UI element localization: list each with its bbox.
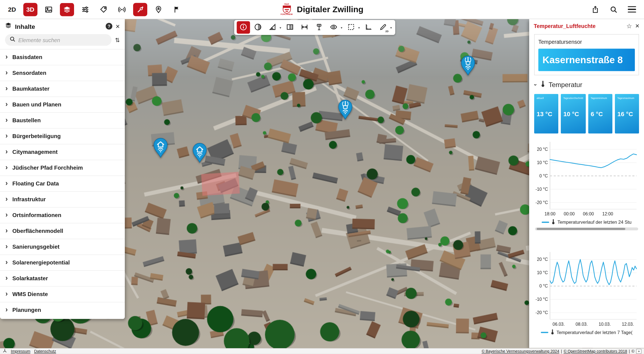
sidebar-item-solarkataster[interactable]: ›Solarkataster <box>0 270 125 286</box>
expand-attribution-button[interactable]: » <box>636 349 642 354</box>
box-select-tool-button[interactable] <box>344 21 358 34</box>
caret-down-icon[interactable]: ▾ <box>358 26 360 29</box>
visibility-tool-button[interactable] <box>327 21 340 34</box>
help-button[interactable]: ? <box>106 23 112 30</box>
share-button[interactable] <box>588 3 602 16</box>
tags-button[interactable] <box>97 3 111 16</box>
datenschutz-link[interactable]: Datenschutz <box>34 349 56 354</box>
map-toolbar: ▾ ▾ ▾ 2D ▾ <box>234 20 395 35</box>
poi-button[interactable] <box>151 3 166 16</box>
mode-3d-button[interactable]: 3D <box>23 3 37 16</box>
sidebar-item-label: Solarkataster <box>12 275 48 282</box>
scrollbar-thumb[interactable] <box>537 228 625 230</box>
sidebar-item-buergerbeteiligung[interactable]: ›Bürgerbeteiligung <box>0 128 125 144</box>
sidebar-item-label: Baustellen <box>12 117 41 124</box>
search-row: ⇅ <box>0 33 125 49</box>
chevron-right-icon: › <box>6 227 8 234</box>
sidebar-item-bauen-und-planen[interactable]: ›Bauen und Planen <box>0 96 125 112</box>
set-square-icon <box>269 23 276 32</box>
dimension-icon <box>365 23 372 32</box>
sidebar-item-label: Sanierungsgebiet <box>12 244 60 250</box>
screenshot-button[interactable] <box>42 3 56 16</box>
svg-text:10 °C: 10 °C <box>537 270 548 275</box>
sidebar-item-planungen[interactable]: ›Planungen <box>0 302 125 318</box>
sidebar-item-label: Bürgerbeteiligung <box>12 133 61 139</box>
temperature-7d-block: 20 °C10 °C0 °C-10 °C-20 °C06.03.08.03.10… <box>534 249 639 336</box>
close-sensor-panel-button[interactable]: × <box>635 22 640 29</box>
vermessungsverwaltung-link[interactable]: © Bayerische Vermessungsverwaltung 2024 <box>482 349 559 354</box>
sidebar-item-label: Baumkataster <box>12 86 50 92</box>
signpost-tool-button[interactable] <box>313 21 326 34</box>
close-contents-button[interactable]: × <box>116 23 120 30</box>
svg-text:12.03.: 12.03. <box>622 322 634 327</box>
chevron-right-icon: › <box>6 101 8 108</box>
sensor-type-label: Temperatursensor <box>538 39 635 45</box>
caret-down-icon[interactable]: ▾ <box>390 26 392 29</box>
sensor-name[interactable]: Kasernenstraße 8 <box>538 49 635 71</box>
element-search-input[interactable] <box>18 37 107 43</box>
svg-text:-10 °C: -10 °C <box>536 187 548 192</box>
favorite-star-button[interactable]: ☆ <box>626 23 632 29</box>
map-pin-house-2[interactable] <box>192 142 208 163</box>
tile-value: 16 °C <box>617 110 637 118</box>
dashed-box-icon <box>348 23 355 32</box>
sidebar-item-wms-dienste[interactable]: ›WMS Dienste <box>0 286 125 302</box>
contents-panel-header: Inhalte ? × <box>0 19 125 33</box>
sidebar-item-sanierungsgebiet[interactable]: ›Sanierungsgebiet <box>0 239 125 254</box>
filter-list-button[interactable] <box>78 3 92 16</box>
measure-width-tool-button[interactable] <box>298 21 311 34</box>
tools-button[interactable] <box>133 3 147 16</box>
sort-button[interactable]: ⇅ <box>115 37 120 43</box>
sidebar-item-label: Floating Car Data <box>12 180 59 187</box>
sidebar-item-juedischer-pfad[interactable]: ›Jüdischer Pfad Forchheim <box>0 160 125 175</box>
impressum-link[interactable]: Impressum <box>11 349 30 354</box>
map-pin-house-1[interactable] <box>153 137 169 158</box>
map-pin-sensor-1[interactable] <box>338 99 353 120</box>
sidebar-item-ortsinformationen[interactable]: ›Ortsinformationen <box>0 207 125 223</box>
openstreetmap-link[interactable]: © OpenStreetMap contributors 2018 <box>564 349 627 354</box>
menu-button[interactable] <box>625 3 639 16</box>
chevron-down-icon[interactable]: › <box>533 84 539 86</box>
svg-text:20 °C: 20 °C <box>537 147 548 152</box>
layers-icon <box>5 22 12 30</box>
temperature-24h-chart: 20 °C10 °C0 °C-10 °C-20 °C18:0000:0006:0… <box>534 139 639 218</box>
dimension-tool-button[interactable] <box>362 21 375 34</box>
search-icon <box>610 6 617 13</box>
tile-day-average: Tagesdurchschnitt 10 °C <box>561 94 586 134</box>
sidebar-item-label: Solarenergiepotential <box>12 259 70 266</box>
search-button[interactable] <box>607 3 621 16</box>
sidebar-item-baumkataster[interactable]: ›Baumkataster <box>0 81 125 96</box>
sidebar-item-sensordaten[interactable]: ›Sensordaten <box>0 65 125 81</box>
tile-current: aktuell 13 °C <box>534 94 558 134</box>
sensors-button[interactable] <box>115 3 129 16</box>
caret-down-icon[interactable]: ▾ <box>341 26 343 29</box>
sensor-detail-panel: Temperatur_Luftfeuchte ☆ × Temperatursen… <box>529 19 644 348</box>
sidebar-item-floating-car-data[interactable]: ›Floating Car Data <box>0 175 125 191</box>
topbar-left-tools: 2D 3D <box>5 3 184 16</box>
clipping-tool-button[interactable] <box>283 21 297 34</box>
legend-text: Temperaturverlauf der letzten 24 Stu <box>557 220 632 225</box>
sidebar-item-baustellen[interactable]: ›Baustellen <box>0 112 125 128</box>
info-tool-button[interactable] <box>237 21 250 34</box>
shading-tool-button[interactable] <box>251 21 265 34</box>
sketch-2d-tool-button[interactable]: 2D <box>377 21 390 34</box>
attribution-separator: | <box>561 349 562 354</box>
flag-button[interactable] <box>170 3 184 16</box>
layers-button[interactable] <box>60 3 74 16</box>
sidebar-item-basisdaten[interactable]: ›Basisdaten <box>0 49 125 65</box>
chevron-right-icon: › <box>6 195 8 203</box>
map-pin-sensor-2[interactable] <box>460 55 476 76</box>
attribution-copyright: © <box>632 349 635 354</box>
sidebar-item-label: Basisdaten <box>12 54 42 60</box>
sidebar-item-infrastruktur[interactable]: ›Infrastruktur <box>0 191 125 207</box>
crest-icon <box>282 5 291 14</box>
draw-tool-button[interactable] <box>266 21 279 34</box>
caret-down-icon[interactable]: ▾ <box>280 26 281 29</box>
thermometer-icon <box>551 329 554 336</box>
sidebar-item-oberflaechenmodell[interactable]: ›Oberflächenmodell <box>0 223 125 239</box>
sensor-panel-header: Temperatur_Luftfeuchte ☆ × <box>529 19 644 32</box>
sidebar-item-citymanagement[interactable]: ›Citymanagement <box>0 144 125 160</box>
mode-2d-button[interactable]: 2D <box>5 3 19 16</box>
logo-text-line1: Stadt <box>284 3 289 5</box>
sidebar-item-solarenergiepotential[interactable]: ›Solarenergiepotential <box>0 254 125 270</box>
